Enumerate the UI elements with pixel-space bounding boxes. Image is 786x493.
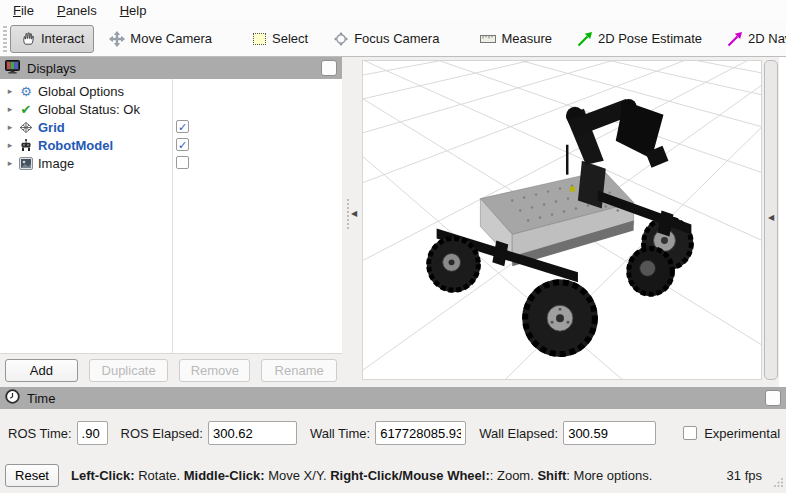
display-row-robotmodel[interactable]: ▸ RobotModel ✓ bbox=[0, 136, 342, 154]
magenta-arrow-icon bbox=[727, 31, 743, 47]
display-row-global-status[interactable]: ▸ ✔ Global Status: Ok bbox=[0, 100, 342, 118]
time-panel-header[interactable]: Time bbox=[0, 387, 786, 409]
gear-icon: ⚙ bbox=[16, 84, 36, 99]
display-row-image[interactable]: ▸ Image bbox=[0, 154, 342, 172]
wall-time-input[interactable] bbox=[375, 421, 466, 445]
3d-viewport[interactable] bbox=[362, 60, 762, 380]
robot-icon bbox=[16, 138, 36, 152]
wall-time-label: Wall Time: bbox=[310, 426, 370, 441]
time-panel-title: Time bbox=[27, 391, 55, 406]
remove-button[interactable]: Remove bbox=[179, 359, 250, 382]
tool-label: Focus Camera bbox=[354, 31, 439, 46]
expand-arrow-icon[interactable]: ▸ bbox=[0, 104, 16, 114]
displays-panel: Displays ▸ ⚙ Global Options ▸ ✔ Global S… bbox=[0, 57, 342, 387]
ros-elapsed-input[interactable] bbox=[208, 421, 297, 445]
grid-display-icon bbox=[16, 121, 36, 134]
tool-move-camera-button[interactable]: Move Camera bbox=[99, 25, 222, 53]
display-row-label[interactable]: Grid bbox=[38, 120, 65, 135]
displays-panel-title: Displays bbox=[27, 61, 76, 76]
menu-help[interactable]: Help bbox=[117, 2, 150, 19]
right-margin bbox=[779, 57, 786, 387]
green-arrow-icon bbox=[577, 31, 593, 47]
time-fields-row: ROS Time: ROS Elapsed: Wall Time: Wall E… bbox=[0, 409, 786, 457]
hand-cursor-icon bbox=[20, 31, 36, 47]
expand-arrow-icon[interactable]: ▸ bbox=[0, 86, 16, 96]
tool-interact-button[interactable]: Interact bbox=[10, 25, 94, 53]
left-panel-splitter[interactable]: ◀ bbox=[342, 57, 362, 387]
experimental-label: Experimental bbox=[704, 426, 780, 441]
display-row-global-options[interactable]: ▸ ⚙ Global Options bbox=[0, 82, 342, 100]
expand-arrow-icon[interactable]: ▸ bbox=[0, 158, 16, 168]
rover-render bbox=[363, 61, 761, 379]
duplicate-button[interactable]: Duplicate bbox=[89, 359, 169, 382]
ruler-icon bbox=[480, 31, 496, 47]
display-row-grid[interactable]: ▸ Grid ✓ bbox=[0, 118, 342, 136]
tool-2d-nav-goal-button[interactable]: 2D Nav Goal bbox=[717, 25, 786, 53]
toolbar-drag-handle[interactable] bbox=[3, 26, 7, 52]
window-resize-grip[interactable] bbox=[773, 476, 784, 491]
wall-elapsed-label: Wall Elapsed: bbox=[479, 426, 558, 441]
rename-button[interactable]: Rename bbox=[261, 359, 337, 382]
tool-measure-button[interactable]: Measure bbox=[470, 25, 562, 53]
ros-elapsed-label: ROS Elapsed: bbox=[121, 426, 203, 441]
tool-bar: Interact Move Camera Select Focus Camera bbox=[0, 21, 786, 57]
tool-label: Measure bbox=[501, 31, 552, 46]
status-bar: Reset Left-Click: Rotate. Middle-Click: … bbox=[0, 457, 786, 493]
display-row-label[interactable]: RobotModel bbox=[38, 138, 113, 153]
splitter-handle-dots bbox=[347, 199, 349, 229]
display-row-label[interactable]: Image bbox=[38, 156, 74, 171]
tool-select-button[interactable]: Select bbox=[241, 25, 318, 53]
panel-float-button[interactable] bbox=[321, 60, 337, 76]
display-row-label[interactable]: Global Status: Ok bbox=[38, 102, 140, 117]
tool-label: 2D Pose Estimate bbox=[598, 31, 702, 46]
displays-tree: ▸ ⚙ Global Options ▸ ✔ Global Status: Ok… bbox=[0, 79, 342, 354]
display-row-label[interactable]: Global Options bbox=[38, 84, 124, 99]
tool-label: Move Camera bbox=[130, 31, 212, 46]
fps-counter: 31 fps bbox=[727, 468, 762, 483]
tool-2d-pose-estimate-button[interactable]: 2D Pose Estimate bbox=[567, 25, 712, 53]
main-area: Displays ▸ ⚙ Global Options ▸ ✔ Global S… bbox=[0, 57, 786, 387]
tool-focus-camera-button[interactable]: Focus Camera bbox=[323, 25, 449, 53]
displays-button-row: Add Duplicate Remove Rename bbox=[0, 354, 342, 387]
panel-float-button[interactable] bbox=[765, 390, 781, 406]
selection-box-icon bbox=[251, 31, 267, 47]
reset-button[interactable]: Reset bbox=[5, 464, 59, 487]
menu-file[interactable]: File bbox=[10, 2, 37, 19]
right-panel-splitter[interactable]: ◀ bbox=[764, 60, 778, 380]
tool-label: Interact bbox=[41, 31, 84, 46]
menu-bar: File Panels Help bbox=[0, 0, 786, 21]
clock-icon bbox=[5, 389, 20, 407]
status-check-icon: ✔ bbox=[16, 102, 36, 117]
ros-time-label: ROS Time: bbox=[8, 426, 72, 441]
tool-label: Select bbox=[272, 31, 308, 46]
mouse-help-text: Left-Click: Rotate. Middle-Click: Move X… bbox=[71, 468, 652, 483]
tool-label: 2D Nav Goal bbox=[748, 31, 786, 46]
experimental-checkbox[interactable] bbox=[683, 426, 697, 440]
image-display-icon bbox=[16, 157, 36, 170]
image-enabled-checkbox[interactable] bbox=[176, 156, 189, 169]
robotmodel-enabled-checkbox[interactable]: ✓ bbox=[176, 138, 189, 151]
move-arrows-icon bbox=[109, 31, 125, 47]
collapse-left-icon[interactable]: ◀ bbox=[351, 209, 357, 218]
monitor-icon bbox=[5, 60, 20, 77]
grid-enabled-checkbox[interactable]: ✓ bbox=[176, 120, 189, 133]
displays-panel-header[interactable]: Displays bbox=[0, 57, 342, 79]
expand-arrow-icon[interactable]: ▸ bbox=[0, 140, 16, 150]
add-button[interactable]: Add bbox=[5, 359, 78, 382]
expand-arrow-icon[interactable]: ▸ bbox=[0, 122, 16, 132]
wall-elapsed-input[interactable] bbox=[563, 421, 656, 445]
ros-time-input[interactable] bbox=[77, 421, 108, 445]
collapse-right-icon[interactable]: ◀ bbox=[768, 213, 774, 222]
menu-panels[interactable]: Panels bbox=[54, 2, 100, 19]
crosshair-icon bbox=[333, 31, 349, 47]
